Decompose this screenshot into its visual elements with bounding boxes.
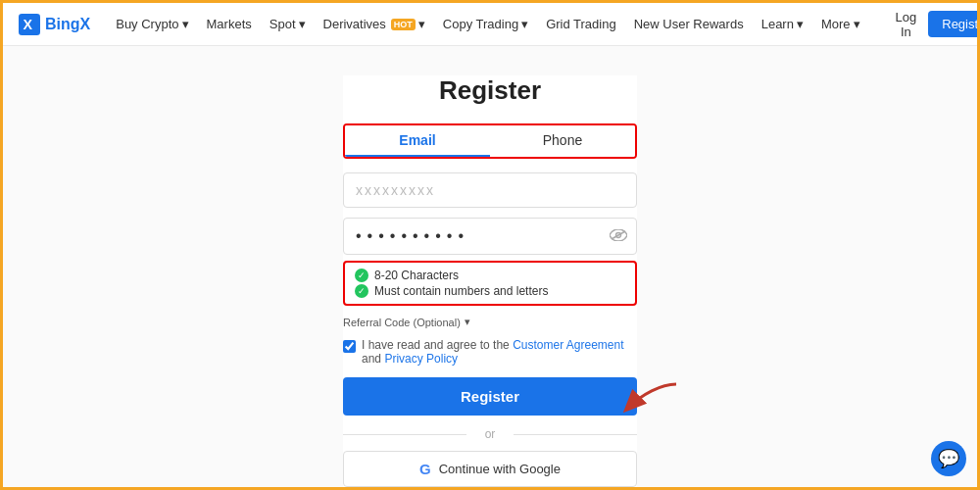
validation-box: ✓ 8-20 Characters ✓ Must contain numbers… xyxy=(343,261,637,306)
nav-right: Log In Register ⬇ 🌐 xyxy=(896,10,980,39)
tab-email[interactable]: Email xyxy=(345,125,490,157)
validation-rule-1: ✓ 8-20 Characters xyxy=(355,269,625,282)
agreement-checkbox[interactable] xyxy=(343,340,356,353)
hot-badge: HOT xyxy=(391,19,416,30)
nav-new-user-rewards[interactable]: New User Rewards xyxy=(634,17,744,31)
google-icon: G xyxy=(419,461,431,477)
svg-text:X: X xyxy=(23,16,32,31)
privacy-policy-link[interactable]: Privacy Policy xyxy=(384,352,458,366)
agreement-row: I have read and agree to the Customer Ag… xyxy=(343,338,637,366)
email-input[interactable] xyxy=(343,172,637,208)
nav-spot[interactable]: Spot ▾ xyxy=(270,17,306,31)
nav-markets[interactable]: Markets xyxy=(207,17,252,31)
referral-code-toggle[interactable]: Referral Code (Optional) ▾ xyxy=(343,316,637,328)
register-box: Register Email Phone ✓ 8-20 Characters xyxy=(343,75,637,490)
password-wrap xyxy=(343,218,637,255)
toggle-password-icon[interactable] xyxy=(610,227,627,245)
check-icon-1: ✓ xyxy=(355,269,368,282)
logo-text: BingX xyxy=(45,16,90,33)
chevron-down-icon: ▾ xyxy=(465,316,470,328)
nav-derivatives[interactable]: Derivatives HOT ▾ xyxy=(323,17,425,31)
check-icon-2: ✓ xyxy=(355,284,368,298)
logo[interactable]: X BingX xyxy=(19,14,90,35)
register-button-wrap: Register xyxy=(343,377,637,427)
or-divider: or xyxy=(343,427,637,441)
tab-phone[interactable]: Phone xyxy=(490,125,635,157)
password-input[interactable] xyxy=(343,218,637,255)
login-button[interactable]: Log In xyxy=(896,10,917,39)
nav-copy-trading[interactable]: Copy Trading ▾ xyxy=(443,17,528,31)
customer-agreement-link[interactable]: Customer Agreement xyxy=(513,338,623,352)
register-title: Register xyxy=(343,75,637,106)
nav-buy-crypto[interactable]: Buy Crypto ▾ xyxy=(116,17,188,31)
navbar: X BingX Buy Crypto ▾ Markets Spot ▾ Deri… xyxy=(3,3,977,46)
validation-rule-2: ✓ Must contain numbers and letters xyxy=(355,284,625,298)
auth-tabs: Email Phone xyxy=(343,123,637,159)
nav-grid-trading[interactable]: Grid Trading xyxy=(546,17,616,31)
register-submit-button[interactable]: Register xyxy=(343,377,637,416)
chat-support-button[interactable]: 💬 xyxy=(931,441,966,476)
nav-learn[interactable]: Learn ▾ xyxy=(761,17,804,31)
register-nav-button[interactable]: Register xyxy=(928,11,980,37)
google-signin-button[interactable]: G Continue with Google xyxy=(343,451,637,487)
main-content: Register Email Phone ✓ 8-20 Characters xyxy=(3,46,977,490)
nav-more[interactable]: More ▾ xyxy=(821,17,860,31)
